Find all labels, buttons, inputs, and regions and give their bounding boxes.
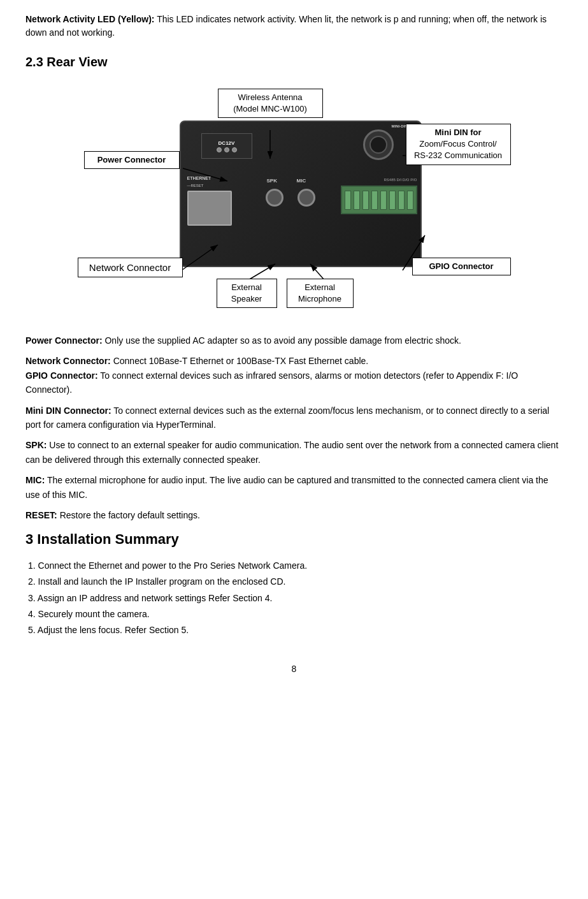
reset-desc: RESET: Restore the factory default setti…	[25, 508, 563, 522]
network-connector-label: Network Connector	[78, 258, 183, 277]
descriptions-section: Power Connector: Only use the supplied A…	[25, 333, 563, 522]
power-connector-desc: Power Connector: Only use the supplied A…	[25, 333, 563, 347]
wireless-antenna-text: Wireless Antenna(Model MNC-W100)	[233, 92, 307, 113]
rear-view-diagram: DC12V ETHERNET —RESET MINI-DIN RS485 D/I…	[25, 82, 563, 318]
network-connector-label-bold: Network Connector:	[25, 356, 111, 366]
mini-din-label: Mini DIN for Zoom/Focus Control/RS-232 C…	[406, 124, 511, 165]
mic-port	[298, 189, 315, 207]
step-5: 5. Adjust the lens focus. Refer Section …	[28, 622, 563, 638]
external-speaker-label: ExternalSpeaker	[217, 279, 277, 308]
reset-cam-label: —RESET	[187, 184, 204, 187]
ext-mic-text: ExternalMicrophone	[298, 282, 341, 303]
gpio-connector-label: GPIO Connector	[412, 258, 511, 275]
power-connector-label: Power Connector	[84, 151, 180, 169]
mini-din-connector-label-bold: Mini DIN Connector:	[25, 406, 111, 416]
mic-label-bold: MIC:	[25, 475, 45, 485]
power-connector-label-bold: Power Connector:	[25, 335, 103, 346]
spk-port	[266, 189, 283, 207]
mic-cam-label: MIC	[297, 178, 306, 184]
mini-din-desc: Mini DIN Connector: To connect external …	[25, 404, 563, 432]
rs485-label: RS485 D/I D/O P/O	[384, 178, 417, 182]
external-microphone-label: ExternalMicrophone	[287, 279, 354, 308]
step-2: 2. Install and launch the IP Installer p…	[28, 574, 563, 590]
led-label: Network Activity LED (Yellow):	[25, 14, 155, 24]
ethernet-cam-label: ETHERNET	[187, 176, 212, 180]
spk-label-bold: SPK:	[25, 440, 47, 450]
section-2-3-title: 2.3 Rear View	[25, 55, 563, 69]
reset-label-bold: RESET:	[25, 510, 57, 520]
page-number: 8	[25, 664, 563, 674]
network-connector-desc: Network Connector: Connect 10Base-T Ethe…	[25, 354, 563, 397]
gpio-block	[341, 186, 417, 214]
intro-paragraph: Network Activity LED (Yellow): This LED …	[25, 13, 563, 40]
mini-din-port	[363, 129, 394, 160]
mini-din-text: Zoom/Focus Control/RS-232 Communication	[414, 139, 502, 160]
camera-body: DC12V ETHERNET —RESET MINI-DIN RS485 D/I…	[180, 121, 422, 267]
spk-cam-label: SPK	[267, 178, 277, 184]
ethernet-port	[187, 191, 232, 226]
gpio-connector-label-bold: GPIO Connector:	[25, 370, 98, 381]
installation-list: 1. Connect the Ethernet and power to the…	[28, 558, 563, 638]
dc-power-area: DC12V	[201, 133, 252, 159]
step-3: 3. Assign an IP address and network sett…	[28, 590, 563, 606]
step-4: 4. Securely mount the camera.	[28, 606, 563, 622]
mic-desc: MIC: The external microphone for audio i…	[25, 473, 563, 502]
section-3-title: 3 Installation Summary	[25, 531, 563, 548]
ext-speaker-text: ExternalSpeaker	[231, 282, 262, 303]
step-1: 1. Connect the Ethernet and power to the…	[28, 558, 563, 574]
spk-desc: SPK: Use to connect to an external speak…	[25, 438, 563, 467]
mini-din-text-bold: Mini DIN for	[435, 128, 482, 137]
wireless-antenna-label: Wireless Antenna(Model MNC-W100)	[218, 89, 323, 118]
